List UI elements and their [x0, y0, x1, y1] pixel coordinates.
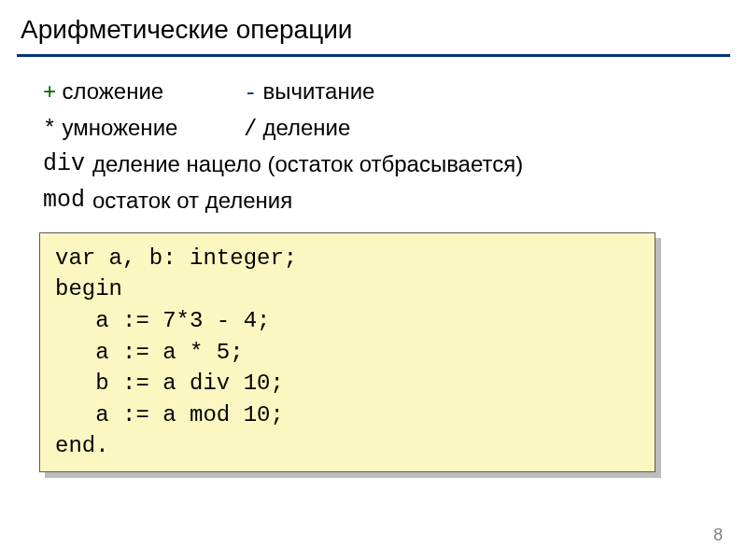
- op-row-2: * умножение / деление: [43, 110, 747, 147]
- content-area: + сложение - вычитание * умножение / дел…: [0, 57, 747, 219]
- mod-keyword: mod: [43, 183, 85, 219]
- plus-symbol: +: [43, 76, 56, 110]
- slide-title: Арифметические операции: [0, 0, 747, 54]
- mul-symbol: *: [43, 112, 56, 147]
- minus-label: вычитание: [262, 74, 374, 108]
- mul-label: умножение: [62, 110, 177, 145]
- div-label: деление: [262, 110, 350, 145]
- op-plus: + сложение: [43, 74, 244, 110]
- op-minus: - вычитание: [244, 74, 374, 110]
- div-symbol: /: [244, 112, 257, 147]
- op-div: / деление: [244, 110, 350, 147]
- minus-symbol: -: [244, 76, 257, 110]
- mod-keyword-label: остаток от деления: [92, 183, 292, 219]
- op-row-div: div деление нацело (остаток отбрасываетс…: [43, 147, 747, 183]
- div-keyword: div: [43, 147, 85, 183]
- op-row-mod: mod остаток от деления: [43, 183, 747, 219]
- plus-label: сложение: [62, 74, 163, 108]
- div-keyword-label: деление нацело (остаток отбрасывается): [92, 147, 523, 183]
- code-block: var a, b: integer; begin a := 7*3 - 4; a…: [39, 232, 655, 472]
- page-number: 8: [713, 525, 723, 545]
- code-content: var a, b: integer; begin a := 7*3 - 4; a…: [39, 232, 655, 472]
- op-mul: * умножение: [43, 110, 244, 147]
- op-row-1: + сложение - вычитание: [43, 74, 747, 110]
